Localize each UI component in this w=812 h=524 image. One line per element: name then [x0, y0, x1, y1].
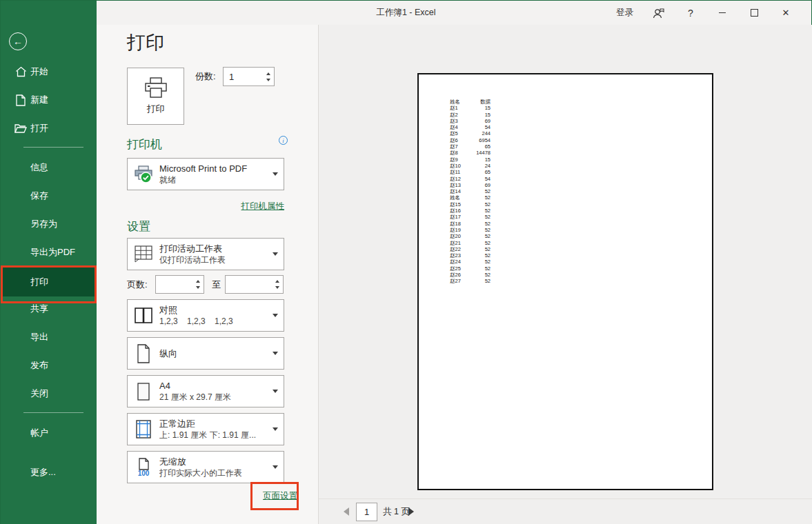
user-account-icon[interactable]	[643, 1, 675, 25]
printer-status-icon	[128, 165, 159, 183]
print-what-dropdown[interactable]: 打印活动工作表 仅打印活动工作表	[127, 238, 284, 270]
maximize-button[interactable]	[738, 1, 770, 25]
table-row: 赵765	[450, 143, 491, 150]
dropdown-arrow-icon	[273, 314, 278, 317]
cell-value: 15	[473, 112, 491, 118]
table-header-row: 姓名 数据	[450, 99, 491, 105]
titlebar: 工作簿1 - Excel 登录 ? ✕	[1, 1, 811, 25]
sidebar-item-home[interactable]: 开始	[1, 58, 97, 85]
cell-name: 赵21	[450, 240, 473, 246]
pages-label: 页数:	[127, 275, 148, 294]
next-page-icon[interactable]	[408, 507, 414, 516]
cell-name: 赵13	[450, 182, 473, 188]
cell-name: 赵27	[450, 278, 473, 284]
sidebar-item-close[interactable]: 关闭	[1, 380, 97, 407]
current-page-input[interactable]	[356, 503, 377, 521]
sidebar-item-export[interactable]: 导出	[1, 323, 97, 351]
table-row: 赵369	[450, 118, 491, 124]
worksheet-icon	[128, 245, 159, 263]
sidebar-item-save-as[interactable]: 另存为	[1, 210, 97, 238]
table-row: 赵5244	[450, 130, 491, 137]
previous-page-icon[interactable]	[344, 507, 349, 516]
cell-name: 赵3	[450, 118, 473, 124]
sign-in-button[interactable]: 登录	[606, 1, 643, 25]
cell-value: 65	[473, 143, 491, 150]
preview-pager-bar: 共 1 页	[319, 498, 812, 524]
printer-icon	[143, 77, 168, 99]
close-button[interactable]: ✕	[770, 1, 802, 25]
sidebar-item-info[interactable]: 信息	[1, 154, 97, 181]
spinner-down-icon[interactable]	[275, 286, 279, 289]
cell-value: 52	[473, 259, 491, 265]
cell-name: 赵8	[450, 150, 473, 156]
sidebar-item-new[interactable]: 新建	[1, 86, 97, 114]
orientation-dropdown[interactable]: 纵向	[127, 337, 284, 370]
table-row: 赵2752	[450, 278, 491, 284]
cell-value: 52	[473, 208, 491, 214]
back-button[interactable]: ←	[9, 32, 27, 50]
open-folder-icon	[14, 122, 27, 134]
cell-name: 姓名	[450, 194, 473, 201]
maximize-icon	[751, 9, 758, 17]
page-to-input[interactable]	[226, 276, 272, 293]
cell-value: 52	[473, 227, 491, 233]
spinner-down-icon[interactable]	[266, 79, 270, 81]
table-row: 赵66954	[450, 137, 491, 143]
sidebar-item-more[interactable]: 更多...	[1, 458, 97, 486]
table-row: 赵915	[450, 157, 491, 163]
cell-value: 52	[473, 278, 491, 284]
page-from-input[interactable]	[156, 276, 192, 293]
table-row: 赵115	[450, 105, 491, 111]
portrait-page-icon	[128, 343, 159, 364]
cell-name: 赵6	[450, 137, 473, 143]
spinner-up-icon[interactable]	[196, 280, 200, 283]
cell-value: 52	[473, 272, 491, 278]
sidebar-item-publish[interactable]: 发布	[1, 352, 97, 379]
sidebar-item-export-pdf[interactable]: 导出为PDF	[1, 239, 97, 266]
help-button[interactable]: ?	[675, 1, 706, 25]
backstage-sidebar: ← 开始 新建 打开 信息 保存 另存为 导出为PDF 打印 共享 导出 发布 …	[1, 1, 97, 524]
collation-dropdown[interactable]: 对照 1,2,3 1,2,3 1,2,3	[127, 299, 284, 332]
info-icon[interactable]: i	[279, 136, 288, 145]
scale-100-badge: 100	[138, 470, 150, 477]
cell-name: 赵9	[450, 157, 473, 163]
cell-name: 赵15	[450, 201, 473, 208]
spinner-up-icon[interactable]	[266, 72, 270, 75]
no-scaling-icon: 100	[128, 458, 159, 477]
sidebar-item-save[interactable]: 保存	[1, 182, 97, 210]
minimize-button[interactable]	[706, 1, 738, 25]
cell-value: 52	[473, 221, 491, 227]
printer-selector[interactable]: Microsoft Print to PDF 就绪	[127, 158, 284, 190]
spinner-up-icon[interactable]	[275, 280, 279, 283]
sidebar-item-print[interactable]: 打印	[1, 268, 97, 296]
cell-value: 15	[473, 157, 491, 163]
table-row: 赵1369	[450, 182, 491, 188]
cell-value: 52	[473, 240, 491, 246]
header-name: 姓名	[450, 99, 473, 105]
paper-size-dropdown[interactable]: A4 21 厘米 x 29.7 厘米	[127, 375, 284, 407]
paper-size-icon	[128, 382, 159, 401]
margins-dropdown[interactable]: 正常边距 上: 1.91 厘米 下: 1.91 厘...	[127, 413, 284, 445]
scaling-dropdown[interactable]: 100 无缩放 打印实际大小的工作表	[127, 451, 284, 483]
excel-backstage-window: 工作簿1 - Excel 登录 ? ✕ ← 开始 新建 打开 信息 保存	[0, 0, 812, 524]
table-row: 赵1254	[450, 176, 491, 182]
table-row: 赵1752	[450, 214, 491, 220]
print-preview-panel: 姓名 数据 赵115 赵215 赵369 赵454 赵5244 赵66954 赵…	[318, 25, 812, 524]
spinner-down-icon[interactable]	[196, 286, 200, 289]
page-setup-link[interactable]: 页面设置	[127, 490, 297, 502]
sidebar-item-account[interactable]: 帐户	[1, 419, 97, 447]
cell-name: 赵10	[450, 163, 473, 169]
printer-properties-link[interactable]: 打印机属性	[127, 201, 284, 212]
dropdown-arrow-icon	[273, 252, 278, 256]
sidebar-item-share[interactable]: 共享	[1, 295, 97, 323]
sidebar-item-open[interactable]: 打开	[1, 114, 97, 142]
dropdown-arrow-icon	[273, 172, 278, 176]
copies-input[interactable]	[224, 68, 263, 85]
table-row: 赵1852	[450, 221, 491, 227]
cell-name: 赵26	[450, 272, 473, 278]
cell-name: 赵25	[450, 265, 473, 272]
dropdown-arrow-icon	[273, 427, 278, 431]
print-button[interactable]: 打印	[127, 68, 184, 125]
new-document-icon	[14, 94, 27, 106]
home-icon	[14, 66, 27, 78]
